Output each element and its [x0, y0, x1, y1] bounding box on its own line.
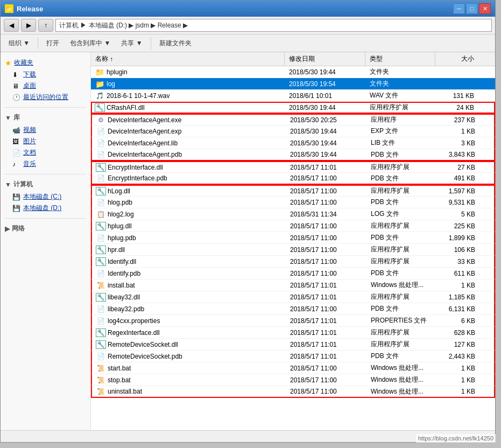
col-header-type[interactable]: 类型 — [365, 52, 435, 66]
sidebar-item-recent[interactable]: 🕐 最近访问的位置 — [1, 92, 90, 103]
table-row[interactable]: 📁 hplugin 2018/5/30 19:44 文件夹 — [91, 66, 495, 78]
file-type: 应用程序扩展 — [366, 221, 436, 230]
table-row[interactable]: 📜 uninstall.bat 2018/5/17 11:00 Windows … — [91, 386, 495, 398]
table-row[interactable]: 📄 DeviceInterfaceAgent.lib 2018/5/30 19:… — [91, 137, 495, 149]
table-row[interactable]: 📋 hlog2.log 2018/5/31 11:34 LOG 文件 5 KB — [91, 208, 495, 220]
file-size: 1 KB — [436, 128, 479, 135]
table-row[interactable]: 🔧 libeay32.dll 2018/5/17 11:01 应用程序扩展 1,… — [91, 291, 495, 303]
file-size: 491 KB — [436, 174, 479, 182]
sidebar-divider-1 — [5, 107, 86, 108]
file-icon-file: 📄 — [96, 234, 105, 242]
table-row[interactable]: 🔧 hpr.dll 2018/5/17 11:00 应用程序扩展 106 KB — [91, 244, 495, 256]
file-type: 文件夹 — [365, 67, 435, 76]
table-row[interactable]: 📄 RemoteDeviceSocket.pdb 2018/5/17 11:01… — [91, 351, 495, 362]
file-name: 🔧 libeay32.dll — [92, 293, 286, 302]
file-name: 🔧 hpr.dll — [92, 246, 286, 254]
table-row[interactable]: 📄 Identify.pdb 2018/5/17 11:00 PDB 文件 61… — [91, 268, 495, 279]
table-row[interactable]: 📁 log 2018/5/30 19:54 文件夹 — [91, 78, 495, 90]
computer-label: 计算机 — [13, 180, 33, 189]
table-row[interactable]: 📄 DeviceInterfaceAgent.pdb 2018/5/30 19:… — [91, 149, 495, 161]
organize-button[interactable]: 组织 ▼ — [4, 36, 34, 50]
file-name: ⚙ DeviceInterfaceAgent.exe — [92, 116, 286, 124]
sidebar-item-download[interactable]: ⬇ 下载 — [1, 69, 90, 80]
file-type: PROPERTIES 文件 — [366, 316, 436, 325]
col-header-size[interactable]: 大小 — [435, 52, 478, 66]
open-button[interactable]: 打开 — [41, 36, 64, 50]
music-icon: ♪ — [12, 160, 21, 168]
sidebar-item-drive-c-label: 本地磁盘 (C:) — [23, 192, 61, 201]
file-icon-file: 📄 — [96, 317, 105, 325]
table-row[interactable]: 📜 stop.bat 2018/5/17 11:00 Windows 批处理..… — [91, 374, 495, 386]
table-row[interactable]: 🔧 RegexInterface.dll 2018/5/17 11:01 应用程… — [91, 327, 495, 339]
file-name: 📜 stop.bat — [92, 376, 286, 384]
sidebar-item-pictures[interactable]: 🖼 图片 — [1, 136, 90, 147]
favorites-header[interactable]: ★ 收藏夹 — [1, 57, 90, 69]
file-date: 2018/5/17 11:00 — [286, 187, 366, 195]
sidebar-item-music-label: 音乐 — [23, 159, 36, 169]
table-row[interactable]: 🔧 Identify.dll 2018/5/17 11:00 应用程序扩展 33… — [91, 256, 495, 268]
file-type: Windows 批处理... — [366, 375, 436, 384]
table-row[interactable]: 📄 DeviceInterfaceAgent.exp 2018/5/30 19:… — [91, 125, 495, 137]
table-row[interactable]: 🔧 hplug.dll 2018/5/17 11:00 应用程序扩展 225 K… — [91, 220, 495, 232]
table-row[interactable]: 📄 EncryptInterface.pdb 2018/5/17 11:00 P… — [91, 173, 495, 185]
file-size: 1,597 KB — [436, 187, 479, 195]
table-row[interactable]: 🔧 EncryptInterface.dll 2018/5/17 11:01 应… — [91, 161, 495, 173]
table-row[interactable]: 🎵 2018-6-1 10-1-47.wav 2018/6/1 10:01 WA… — [91, 90, 495, 102]
file-date: 2018/5/17 11:00 — [286, 305, 366, 313]
table-row[interactable]: 📄 hlog.pdb 2018/5/17 11:00 PDB 文件 9,531 … — [91, 197, 495, 208]
table-row[interactable]: 🔧 RemoteDeviceSocket.dll 2018/5/17 11:01… — [91, 339, 495, 351]
table-row[interactable]: 🔧 CRashAFI.dll 2018/5/30 19:44 应用程序扩展 24… — [91, 102, 495, 114]
library-header[interactable]: ▼ 库 — [1, 111, 90, 124]
file-size: 225 KB — [436, 222, 479, 230]
sidebar-item-drive-d[interactable]: 💾 本地磁盘 (D:) — [1, 202, 90, 214]
drive-c-icon: 💾 — [12, 193, 21, 201]
file-icon-bat: 📜 — [96, 281, 105, 290]
sidebar-item-drive-c[interactable]: 💾 本地磁盘 (C:) — [1, 191, 90, 202]
table-row[interactable]: 📄 hplug.pdb 2018/5/17 11:00 PDB 文件 1,899… — [91, 232, 495, 244]
maximize-button[interactable]: □ — [466, 3, 478, 14]
share-button[interactable]: 共享 ▼ — [116, 36, 147, 50]
main-area: ★ 收藏夹 ⬇ 下载 🖥 桌面 🕐 最近访问的位置 — [1, 52, 495, 430]
table-row[interactable]: 📜 start.bat 2018/5/17 11:00 Windows 批处理.… — [91, 362, 495, 374]
col-header-date[interactable]: 修改日期 — [285, 52, 365, 66]
close-button[interactable]: ✕ — [479, 3, 491, 14]
sidebar-item-music[interactable]: ♪ 音乐 — [1, 158, 90, 170]
address-bar-area: ◀ ▶ ↑ 计算机 ▶ 本地磁盘 (D:) ▶ jsdm ▶ Release ▶ — [1, 17, 495, 34]
sidebar-divider-3 — [5, 218, 86, 219]
file-icon-dll: 🔧 — [96, 340, 105, 349]
desktop-icon: 🖥 — [12, 82, 21, 90]
table-row[interactable]: 📜 install.bat 2018/5/17 11:01 Windows 批处… — [91, 279, 495, 291]
file-name: 🔧 EncryptInterface.dll — [92, 163, 286, 172]
sidebar-item-desktop[interactable]: 🖥 桌面 — [1, 80, 90, 92]
file-type: Windows 批处理... — [366, 387, 436, 396]
toolbar-separator-2 — [151, 37, 151, 49]
file-type: PDB 文件 — [366, 304, 436, 313]
address-box[interactable]: 计算机 ▶ 本地磁盘 (D:) ▶ jsdm ▶ Release ▶ — [55, 19, 492, 32]
new-folder-button[interactable]: 新建文件夹 — [154, 36, 196, 50]
up-button[interactable]: ↑ — [38, 19, 53, 32]
computer-header[interactable]: ▼ 计算机 — [1, 178, 90, 191]
file-name: 📄 DeviceInterfaceAgent.pdb — [92, 150, 286, 159]
file-date: 2018/5/17 11:00 — [286, 258, 366, 265]
file-date: 2018/5/17 11:00 — [286, 365, 366, 372]
file-size: 3 KB — [436, 139, 479, 147]
minimize-button[interactable]: ─ — [453, 3, 465, 14]
file-icon-folder: 📁 — [95, 68, 104, 76]
back-button[interactable]: ◀ — [4, 19, 19, 32]
col-header-name[interactable]: 名称 ↑ — [91, 52, 285, 66]
sidebar-item-video[interactable]: 📹 视频 — [1, 124, 90, 136]
file-type: Windows 批处理... — [366, 363, 436, 373]
title-bar-buttons: ─ □ ✕ — [453, 3, 491, 14]
forward-button[interactable]: ▶ — [21, 19, 36, 32]
network-header[interactable]: ▶ 网络 — [1, 222, 90, 235]
table-row[interactable]: 📄 log4cxx.properties 2018/5/17 11:01 PRO… — [91, 315, 495, 327]
drive-d-icon: 💾 — [12, 205, 21, 212]
table-row[interactable]: 🔧 hLog.dll 2018/5/17 11:00 应用程序扩展 1,597 … — [91, 185, 495, 197]
sidebar-item-docs[interactable]: 📄 文档 — [1, 147, 90, 158]
star-icon: ★ — [5, 59, 12, 67]
table-row[interactable]: 📄 libeay32.pdb 2018/5/17 11:00 PDB 文件 6,… — [91, 303, 495, 315]
table-row[interactable]: ⚙ DeviceInterfaceAgent.exe 2018/5/30 20:… — [91, 114, 495, 125]
file-type: WAV 文件 — [365, 91, 435, 100]
include-lib-button[interactable]: 包含到库中 ▼ — [65, 36, 115, 50]
file-list-container[interactable]: 名称 ↑ 修改日期 类型 大小 📁 hplugin 2018/5/30 19:4… — [91, 52, 495, 430]
